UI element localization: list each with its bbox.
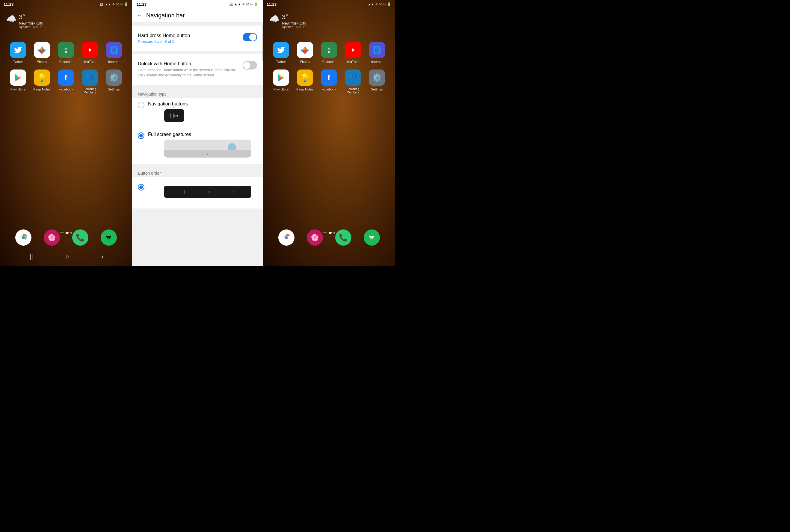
right-samsung-icon: 💙 — [345, 70, 361, 86]
settings-wifi-icon: ▲▲ — [234, 2, 241, 6]
full-screen-radio-inner — [139, 134, 143, 137]
left-app-twitter[interactable]: Twitter — [7, 42, 29, 63]
right-app-settings[interactable]: ⚙️ Settings — [366, 70, 388, 94]
unlock-toggle[interactable] — [243, 61, 257, 70]
right-dock-phone[interactable]: 📞 — [333, 229, 354, 246]
nav-preview-recent: ||| — [170, 113, 174, 118]
left-battery-icon: 🔋 — [124, 2, 128, 6]
hard-press-title: Hard press Home button — [138, 33, 243, 38]
unlock-info: Unlock with Home button Hard press the H… — [138, 61, 243, 78]
right-photos-icon — [297, 42, 313, 58]
left-nav-back[interactable]: ‹ — [101, 253, 104, 260]
settings-battery-pct: 51% — [246, 2, 253, 6]
left-spotify-icon — [101, 229, 117, 246]
left-status-icons: 🖼 ▲▲ ✈ 51% 🔋 — [100, 2, 128, 6]
right-keepnotes-icon: 💡 — [297, 70, 313, 86]
right-app-twitter[interactable]: Twitter — [270, 42, 292, 63]
button-order-section-label: Button order — [132, 167, 263, 177]
right-dock-bixby[interactable]: 🌸 — [304, 229, 326, 246]
left-youtube-icon — [82, 42, 98, 58]
nav-buttons-label: Navigation buttons — [148, 101, 190, 107]
right-photos-label: Photos — [300, 60, 310, 63]
left-app-row-1: Twitter Photos 21 ▦ Calendar YouTube — [6, 42, 126, 63]
right-twitter-label: Twitter — [276, 60, 286, 63]
full-screen-row[interactable]: Full screen gestures ‹ — [132, 129, 263, 164]
right-status-icons: ▲▲ ✈ 51% 🔋 — [368, 2, 391, 6]
settings-battery-icon: 🔋 — [254, 2, 258, 6]
settings-panel: 11:23 🖼 ▲▲ ✈ 51% 🔋 ← Navigation bar Hard… — [132, 0, 263, 266]
left-app-facebook[interactable]: f Facebook — [55, 70, 77, 94]
left-app-grid: Twitter Photos 21 ▦ Calendar YouTube — [0, 42, 132, 100]
button-order-row[interactable]: ||| ○ ‹ — [132, 180, 263, 204]
right-app-samsung[interactable]: 💙 Samsung Members — [342, 70, 364, 94]
left-app-playstore[interactable]: Play Store — [7, 70, 29, 94]
right-calendar-icon: 21 ▦ — [321, 42, 337, 58]
left-photos-icon — [34, 42, 50, 58]
right-app-keepnotes[interactable]: 💡 Keep Notes — [294, 70, 316, 94]
left-youtube-label: YouTube — [83, 60, 96, 63]
right-app-internet[interactable]: 🌐 Internet — [366, 42, 388, 63]
left-phone-bg — [0, 0, 132, 266]
left-nav-home[interactable]: ○ — [65, 253, 69, 260]
nav-type-section-label: Navigation type — [132, 88, 263, 98]
right-app-photos[interactable]: Photos — [294, 42, 316, 63]
left-city: New York City — [19, 21, 47, 25]
right-app-playstore[interactable]: Play Store — [270, 70, 292, 94]
settings-title: Navigation bar — [146, 12, 185, 19]
nav-preview-home: ○ — [174, 113, 177, 118]
left-app-keepnotes[interactable]: 💡 Keep Notes — [31, 70, 53, 94]
left-dock-chrome[interactable] — [13, 229, 34, 246]
unlock-card: Unlock with Home button Hard press the H… — [132, 54, 263, 85]
nav-buttons-preview: ||| ○ ‹ — [164, 109, 184, 122]
left-app-samsung[interactable]: 💙 Samsung Members — [79, 70, 101, 94]
left-battery-text: 51% — [116, 2, 123, 6]
full-screen-radio[interactable] — [138, 132, 145, 139]
right-app-calendar[interactable]: 21 ▦ Calendar — [318, 42, 340, 63]
gesture-arrow-icon: ‹ — [207, 152, 208, 156]
left-app-internet[interactable]: 🌐 Internet — [103, 42, 125, 63]
gesture-preview-inner: ‹ — [164, 150, 251, 157]
left-internet-label: Internet — [108, 60, 119, 63]
left-nav-recent[interactable]: ||| — [28, 253, 33, 260]
right-cloud-icon: ☁️ — [269, 14, 280, 24]
left-facebook-label: Facebook — [59, 88, 73, 91]
left-temp: 3° — [19, 13, 47, 21]
button-order-radio[interactable] — [138, 184, 145, 191]
left-weather-widget: ☁️ 3° New York City Updated 11/21 11:21 — [6, 13, 47, 29]
btn-order-recent: ||| — [182, 189, 185, 194]
left-app-settings[interactable]: ⚙️ Settings — [103, 70, 125, 94]
nav-buttons-row[interactable]: Navigation buttons ||| ○ ‹ — [132, 98, 263, 129]
left-app-photos[interactable]: Photos — [31, 42, 53, 63]
button-order-card: ||| ○ ‹ — [132, 177, 263, 208]
left-keepnotes-icon: 💡 — [34, 70, 50, 86]
settings-status-bar: 11:23 🖼 ▲▲ ✈ 51% 🔋 — [132, 0, 263, 8]
left-playstore-icon — [10, 70, 26, 86]
hard-press-toggle[interactable] — [243, 33, 257, 41]
nav-type-dots — [171, 94, 257, 94]
hard-press-subtitle: Pressure level: 3 of 5 — [138, 39, 243, 44]
button-order-preview: ||| ○ ‹ — [164, 186, 251, 198]
right-app-facebook[interactable]: f Facebook — [318, 70, 340, 94]
button-order-label: Button order — [138, 171, 161, 175]
nav-buttons-radio[interactable] — [138, 102, 145, 109]
right-youtube-icon — [345, 42, 361, 58]
left-dock-row: 🌸 📞 — [0, 229, 132, 246]
left-playstore-label: Play Store — [11, 88, 26, 91]
settings-airplane-icon: ✈ — [242, 2, 245, 6]
right-app-youtube[interactable]: YouTube — [342, 42, 364, 63]
left-dock-bixby[interactable]: 🌸 — [41, 229, 63, 246]
left-dock-phone[interactable]: 📞 — [70, 229, 91, 246]
hard-press-toggle-thumb — [249, 34, 257, 41]
right-dock-row: 🌸 📞 — [263, 229, 395, 246]
right-internet-label: Internet — [371, 60, 382, 63]
left-dock-spotify[interactable] — [98, 229, 119, 246]
back-button[interactable]: ← — [137, 12, 143, 19]
right-city: New York City — [282, 21, 310, 25]
left-calendar-label: Calendar — [59, 60, 73, 63]
right-dock-chrome[interactable] — [276, 229, 297, 246]
right-dock-spotify[interactable] — [361, 229, 382, 246]
left-app-calendar[interactable]: 21 ▦ Calendar — [55, 42, 77, 63]
right-chrome-icon — [278, 229, 295, 246]
left-app-youtube[interactable]: YouTube — [79, 42, 101, 63]
right-phone-icon: 📞 — [335, 229, 352, 246]
